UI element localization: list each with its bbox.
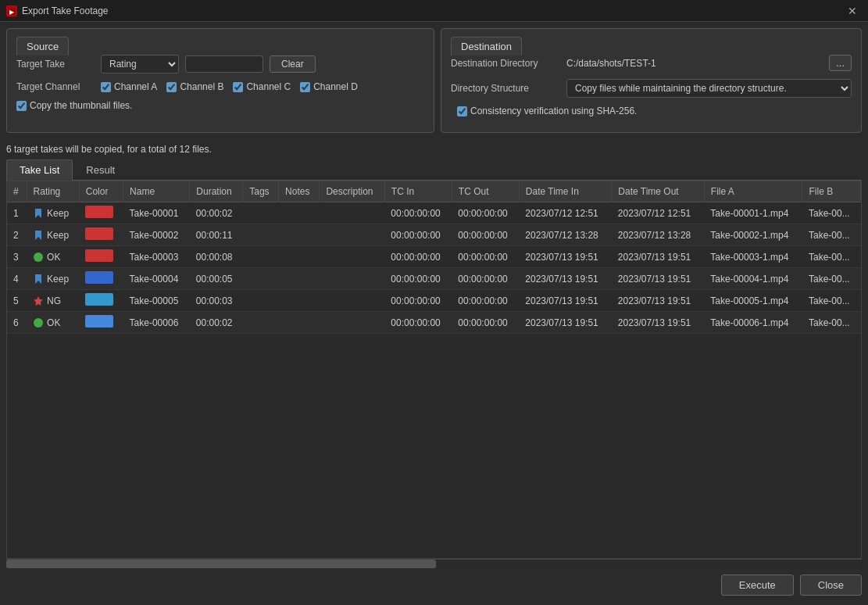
col-description: Description bbox=[320, 181, 384, 202]
cell-rating: OK bbox=[27, 246, 79, 268]
window-title: Export Take Footage bbox=[22, 5, 109, 16]
cell-tc-out: 00:00:00:00 bbox=[452, 268, 519, 290]
dest-dir-label: Destination Directory bbox=[451, 58, 560, 69]
horizontal-scrollbar[interactable] bbox=[6, 559, 862, 568]
rating-icon bbox=[33, 295, 44, 306]
target-take-label: Target Take bbox=[16, 59, 95, 70]
table-row[interactable]: 1 Keep Take-00001 00:00:02 00:00:00:00 0… bbox=[7, 202, 861, 224]
title-bar-left: ▶ Export Take Footage bbox=[6, 5, 109, 16]
table-row[interactable]: 5 NG Take-00005 00:00:03 00:00:00:00 00:… bbox=[7, 290, 861, 312]
cell-rating: Keep bbox=[27, 202, 79, 224]
channel-c-item[interactable]: Channel C bbox=[233, 81, 291, 92]
col-num: # bbox=[7, 181, 27, 202]
cell-file-a: Take-00001-1.mp4 bbox=[704, 202, 802, 224]
close-icon[interactable]: ✕ bbox=[843, 3, 862, 19]
cell-tc-in: 00:00:00:00 bbox=[384, 246, 452, 268]
top-panels: Source Target Take Rating Clear Target C… bbox=[6, 28, 862, 133]
cell-duration: 00:00:08 bbox=[190, 246, 243, 268]
destination-tab: Destination bbox=[451, 37, 522, 55]
cell-duration: 00:00:05 bbox=[190, 268, 243, 290]
tabs-bar: Take List Result bbox=[6, 159, 862, 181]
color-swatch bbox=[85, 206, 113, 218]
cell-notes bbox=[279, 246, 320, 268]
table-row[interactable]: 4 Keep Take-00004 00:00:05 00:00:00:00 0… bbox=[7, 268, 861, 290]
table-row[interactable]: 6 OK Take-00006 00:00:02 00:00:00:00 00:… bbox=[7, 312, 861, 334]
channel-b-item[interactable]: Channel B bbox=[166, 81, 223, 92]
table-row[interactable]: 3 OK Take-00003 00:00:08 00:00:00:00 00:… bbox=[7, 246, 861, 268]
channel-c-checkbox[interactable] bbox=[233, 82, 243, 92]
cell-notes bbox=[279, 224, 320, 246]
copy-thumbnail-row: Copy the thumbnail files. bbox=[16, 100, 424, 111]
rating-icon bbox=[33, 274, 44, 285]
rating-select[interactable]: Rating bbox=[101, 55, 179, 73]
consistency-row: Consistency verification using SHA-256. bbox=[451, 106, 852, 116]
copy-thumbnail-item[interactable]: Copy the thumbnail files. bbox=[16, 100, 132, 111]
consistency-item[interactable]: Consistency verification using SHA-256. bbox=[457, 106, 637, 116]
cell-file-b: Take-00... bbox=[802, 246, 861, 268]
rating-icon bbox=[33, 252, 44, 263]
cell-name: Take-00001 bbox=[123, 202, 190, 224]
svg-marker-3 bbox=[34, 296, 43, 306]
rating-icon bbox=[33, 230, 44, 241]
cell-description bbox=[320, 268, 384, 290]
cell-duration: 00:00:03 bbox=[190, 290, 243, 312]
cell-datetime-in: 2023/07/12 12:51 bbox=[519, 202, 611, 224]
cell-name: Take-00005 bbox=[123, 290, 190, 312]
cell-file-a: Take-00005-1.mp4 bbox=[704, 290, 802, 312]
cell-duration: 00:00:11 bbox=[190, 224, 243, 246]
rating-text: Keep bbox=[47, 208, 69, 219]
target-channel-row: Target Channel Channel A Channel B Chann… bbox=[16, 81, 424, 92]
table-header-row: # Rating Color Name Duration Tags Notes … bbox=[7, 181, 861, 202]
col-tags: Tags bbox=[243, 181, 279, 202]
takes-table: # Rating Color Name Duration Tags Notes … bbox=[7, 181, 861, 334]
cell-tc-out: 00:00:00:00 bbox=[452, 246, 519, 268]
col-datetime-out: Date Time Out bbox=[612, 181, 704, 202]
channel-checkboxes: Channel A Channel B Channel C Channel D bbox=[101, 81, 358, 92]
col-datetime-in: Date Time In bbox=[519, 181, 611, 202]
cell-file-a: Take-00006-1.mp4 bbox=[704, 312, 802, 334]
dest-path-value: C:/data/shots/TEST-1 bbox=[566, 58, 823, 69]
rating-text: OK bbox=[47, 252, 60, 263]
tab-take-list[interactable]: Take List bbox=[6, 159, 73, 181]
cell-color bbox=[79, 312, 123, 334]
dir-structure-label: Directory Structure bbox=[451, 83, 560, 94]
cell-rating: Keep bbox=[27, 224, 79, 246]
copy-thumbnail-label: Copy the thumbnail files. bbox=[30, 100, 132, 111]
cell-rating: NG bbox=[27, 290, 79, 312]
svg-text:▶: ▶ bbox=[9, 9, 15, 15]
clear-button[interactable]: Clear bbox=[270, 55, 316, 73]
execute-button[interactable]: Execute bbox=[721, 575, 794, 596]
col-duration: Duration bbox=[190, 181, 243, 202]
main-content: Source Target Take Rating Clear Target C… bbox=[0, 22, 868, 605]
consistency-label: Consistency verification using SHA-256. bbox=[470, 106, 637, 116]
channel-d-checkbox[interactable] bbox=[300, 82, 310, 92]
cell-description bbox=[320, 202, 384, 224]
table-container[interactable]: # Rating Color Name Duration Tags Notes … bbox=[6, 181, 862, 559]
cell-file-b: Take-00... bbox=[802, 224, 861, 246]
cell-color bbox=[79, 202, 123, 224]
dir-structure-select[interactable]: Copy files while maintaining the directo… bbox=[566, 79, 852, 98]
consistency-checkbox[interactable] bbox=[457, 106, 467, 116]
dir-structure-row: Directory Structure Copy files while mai… bbox=[451, 79, 852, 98]
cell-file-b: Take-00... bbox=[802, 202, 861, 224]
cell-description bbox=[320, 224, 384, 246]
cell-tc-out: 00:00:00:00 bbox=[452, 290, 519, 312]
color-swatch bbox=[85, 315, 113, 328]
cell-datetime-in: 2023/07/12 13:28 bbox=[519, 224, 611, 246]
browse-button[interactable]: ... bbox=[829, 55, 852, 71]
channel-a-item[interactable]: Channel A bbox=[101, 81, 157, 92]
close-button[interactable]: Close bbox=[800, 575, 862, 596]
channel-b-checkbox[interactable] bbox=[166, 82, 177, 92]
cell-duration: 00:00:02 bbox=[190, 312, 243, 334]
copy-thumbnail-checkbox[interactable] bbox=[16, 101, 27, 111]
destination-panel: Destination Destination Directory C:/dat… bbox=[441, 28, 862, 133]
table-row[interactable]: 2 Keep Take-00002 00:00:11 00:00:00:00 0… bbox=[7, 224, 861, 246]
rating-icon bbox=[33, 208, 44, 219]
channel-d-item[interactable]: Channel D bbox=[300, 81, 358, 92]
cell-notes bbox=[279, 268, 320, 290]
cell-name: Take-00004 bbox=[123, 268, 190, 290]
cell-tags bbox=[243, 202, 279, 224]
cell-rating: OK bbox=[27, 312, 79, 334]
channel-a-checkbox[interactable] bbox=[101, 82, 111, 92]
tab-result[interactable]: Result bbox=[73, 159, 128, 180]
